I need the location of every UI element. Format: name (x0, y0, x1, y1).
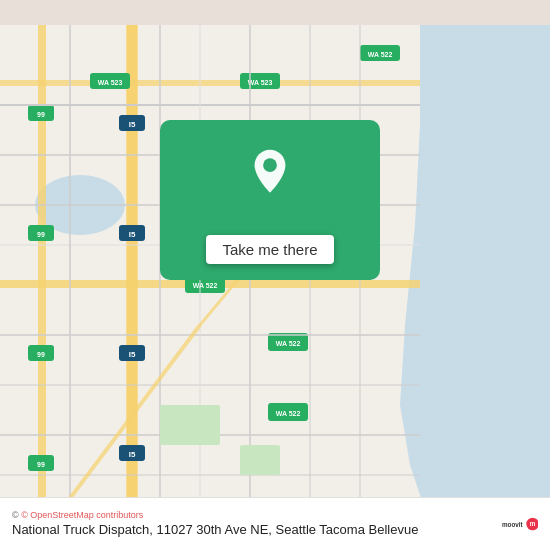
osm-link[interactable]: © OpenStreetMap contributors (21, 510, 143, 520)
svg-text:99: 99 (37, 461, 45, 468)
svg-text:WA 523: WA 523 (248, 79, 273, 86)
bottom-bar: © © OpenStreetMap contributors National … (0, 497, 550, 550)
moovit-logo: m moovit (502, 506, 538, 542)
svg-rect-28 (0, 80, 420, 86)
map-container: I5 I5 I5 I5 99 99 99 99 WA 522 WA 522 WA… (0, 0, 550, 550)
svg-text:WA 523: WA 523 (98, 79, 123, 86)
moovit-logo-icon: m moovit (502, 506, 538, 542)
svg-point-53 (263, 158, 277, 172)
svg-text:99: 99 (37, 351, 45, 358)
location-card: Take me there (160, 120, 380, 280)
svg-text:99: 99 (37, 231, 45, 238)
svg-text:I5: I5 (129, 120, 136, 129)
svg-text:WA 522: WA 522 (193, 282, 218, 289)
svg-text:I5: I5 (129, 350, 136, 359)
svg-rect-51 (160, 405, 220, 445)
svg-text:I5: I5 (129, 450, 136, 459)
svg-text:I5: I5 (129, 230, 136, 239)
location-pin-icon (246, 148, 294, 196)
svg-rect-52 (240, 445, 280, 475)
svg-text:WA 522: WA 522 (276, 340, 301, 347)
svg-text:moovit: moovit (502, 521, 524, 528)
svg-text:99: 99 (37, 111, 45, 118)
svg-rect-12 (38, 25, 46, 525)
take-me-there-button[interactable]: Take me there (206, 235, 333, 264)
svg-text:WA 522: WA 522 (276, 410, 301, 417)
bottom-info: © © OpenStreetMap contributors National … (12, 510, 492, 539)
location-text: National Truck Dispatch, 11027 30th Ave … (12, 522, 492, 539)
osm-attribution: © © OpenStreetMap contributors (12, 510, 492, 520)
copyright-symbol: © (12, 510, 19, 520)
svg-text:m: m (530, 520, 536, 527)
svg-text:WA 522: WA 522 (368, 51, 393, 58)
